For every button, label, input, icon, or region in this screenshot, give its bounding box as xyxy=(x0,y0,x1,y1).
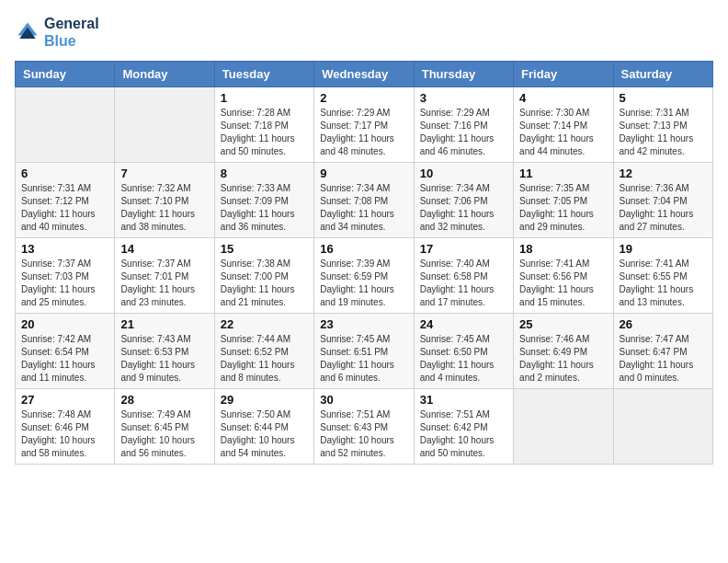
day-number: 28 xyxy=(120,393,208,407)
day-info: Sunrise: 7:36 AMSunset: 7:04 PMDaylight:… xyxy=(620,182,707,234)
calendar-cell xyxy=(613,389,712,465)
day-info: Sunrise: 7:31 AMSunset: 7:12 PMDaylight:… xyxy=(21,182,108,234)
day-number: 9 xyxy=(320,167,407,180)
calendar-cell: 17Sunrise: 7:40 AMSunset: 6:58 PMDayligh… xyxy=(414,238,513,314)
day-info: Sunrise: 7:50 AMSunset: 6:44 PMDaylight:… xyxy=(221,408,308,460)
day-info: Sunrise: 7:51 AMSunset: 6:43 PMDaylight:… xyxy=(320,408,407,460)
day-number: 19 xyxy=(620,242,707,256)
calendar-cell: 18Sunrise: 7:41 AMSunset: 6:56 PMDayligh… xyxy=(514,238,613,314)
calendar-cell: 3Sunrise: 7:29 AMSunset: 7:16 PMDaylight… xyxy=(414,87,513,163)
day-number: 7 xyxy=(120,167,208,180)
calendar-cell: 22Sunrise: 7:44 AMSunset: 6:52 PMDayligh… xyxy=(214,314,313,389)
day-info: Sunrise: 7:49 AMSunset: 6:45 PMDaylight:… xyxy=(120,408,208,460)
calendar-cell: 27Sunrise: 7:48 AMSunset: 6:46 PMDayligh… xyxy=(16,389,115,465)
day-info: Sunrise: 7:42 AMSunset: 6:54 PMDaylight:… xyxy=(21,333,108,385)
calendar-cell: 5Sunrise: 7:31 AMSunset: 7:13 PMDaylight… xyxy=(613,87,712,163)
calendar-cell: 2Sunrise: 7:29 AMSunset: 7:17 PMDaylight… xyxy=(314,87,414,163)
logo-text-general: General xyxy=(44,15,99,32)
day-number: 22 xyxy=(221,317,308,331)
calendar-cell: 31Sunrise: 7:51 AMSunset: 6:42 PMDayligh… xyxy=(414,389,513,465)
weekday-header-tuesday: Tuesday xyxy=(214,62,313,87)
day-number: 30 xyxy=(320,393,407,407)
calendar-cell: 24Sunrise: 7:45 AMSunset: 6:50 PMDayligh… xyxy=(414,314,513,389)
calendar-week-row: 20Sunrise: 7:42 AMSunset: 6:54 PMDayligh… xyxy=(16,314,713,389)
day-info: Sunrise: 7:43 AMSunset: 6:53 PMDaylight:… xyxy=(120,333,208,385)
day-number: 14 xyxy=(120,242,208,256)
day-number: 10 xyxy=(420,167,507,180)
day-info: Sunrise: 7:28 AMSunset: 7:18 PMDaylight:… xyxy=(221,107,308,158)
calendar-cell: 28Sunrise: 7:49 AMSunset: 6:45 PMDayligh… xyxy=(115,389,214,465)
logo: General Blue xyxy=(15,15,99,50)
day-info: Sunrise: 7:34 AMSunset: 7:08 PMDaylight:… xyxy=(320,182,407,234)
day-number: 8 xyxy=(221,167,308,180)
day-info: Sunrise: 7:33 AMSunset: 7:09 PMDaylight:… xyxy=(221,182,308,234)
day-number: 23 xyxy=(320,317,407,331)
day-number: 3 xyxy=(420,91,507,105)
calendar-cell: 29Sunrise: 7:50 AMSunset: 6:44 PMDayligh… xyxy=(214,389,313,465)
calendar-week-row: 1Sunrise: 7:28 AMSunset: 7:18 PMDaylight… xyxy=(16,87,713,163)
day-info: Sunrise: 7:45 AMSunset: 6:51 PMDaylight:… xyxy=(320,333,407,385)
day-number: 11 xyxy=(519,167,607,180)
day-number: 31 xyxy=(420,393,507,407)
day-info: Sunrise: 7:40 AMSunset: 6:58 PMDaylight:… xyxy=(420,258,507,309)
day-number: 27 xyxy=(21,393,108,407)
calendar-week-row: 13Sunrise: 7:37 AMSunset: 7:03 PMDayligh… xyxy=(16,238,713,314)
day-number: 4 xyxy=(519,91,607,105)
calendar-cell: 19Sunrise: 7:41 AMSunset: 6:55 PMDayligh… xyxy=(613,238,712,314)
day-info: Sunrise: 7:29 AMSunset: 7:16 PMDaylight:… xyxy=(420,107,507,158)
day-info: Sunrise: 7:38 AMSunset: 7:00 PMDaylight:… xyxy=(221,258,308,309)
day-info: Sunrise: 7:47 AMSunset: 6:47 PMDaylight:… xyxy=(620,333,707,385)
weekday-header-saturday: Saturday xyxy=(613,62,712,87)
calendar-cell: 1Sunrise: 7:28 AMSunset: 7:18 PMDaylight… xyxy=(214,87,313,163)
calendar-week-row: 6Sunrise: 7:31 AMSunset: 7:12 PMDaylight… xyxy=(16,163,713,238)
day-info: Sunrise: 7:48 AMSunset: 6:46 PMDaylight:… xyxy=(21,408,108,460)
day-info: Sunrise: 7:34 AMSunset: 7:06 PMDaylight:… xyxy=(420,182,507,234)
day-info: Sunrise: 7:31 AMSunset: 7:13 PMDaylight:… xyxy=(620,107,707,158)
day-info: Sunrise: 7:45 AMSunset: 6:50 PMDaylight:… xyxy=(420,333,507,385)
calendar-cell: 10Sunrise: 7:34 AMSunset: 7:06 PMDayligh… xyxy=(414,163,513,238)
day-info: Sunrise: 7:51 AMSunset: 6:42 PMDaylight:… xyxy=(420,408,507,460)
calendar-cell: 21Sunrise: 7:43 AMSunset: 6:53 PMDayligh… xyxy=(115,314,214,389)
day-number: 1 xyxy=(221,91,308,105)
day-info: Sunrise: 7:37 AMSunset: 7:01 PMDaylight:… xyxy=(120,258,208,309)
day-number: 25 xyxy=(519,317,607,331)
day-info: Sunrise: 7:46 AMSunset: 6:49 PMDaylight:… xyxy=(519,333,607,385)
weekday-header-friday: Friday xyxy=(514,62,613,87)
calendar-cell: 9Sunrise: 7:34 AMSunset: 7:08 PMDaylight… xyxy=(314,163,414,238)
calendar-cell xyxy=(115,87,214,163)
calendar-cell: 14Sunrise: 7:37 AMSunset: 7:01 PMDayligh… xyxy=(115,238,214,314)
calendar-table: SundayMondayTuesdayWednesdayThursdayFrid… xyxy=(15,61,713,465)
day-info: Sunrise: 7:35 AMSunset: 7:05 PMDaylight:… xyxy=(519,182,607,234)
day-info: Sunrise: 7:41 AMSunset: 6:55 PMDaylight:… xyxy=(620,258,707,309)
day-info: Sunrise: 7:32 AMSunset: 7:10 PMDaylight:… xyxy=(120,182,208,234)
day-number: 6 xyxy=(21,167,108,180)
day-info: Sunrise: 7:37 AMSunset: 7:03 PMDaylight:… xyxy=(21,258,108,309)
day-number: 17 xyxy=(420,242,507,256)
calendar-cell: 12Sunrise: 7:36 AMSunset: 7:04 PMDayligh… xyxy=(613,163,712,238)
day-number: 16 xyxy=(320,242,407,256)
day-info: Sunrise: 7:29 AMSunset: 7:17 PMDaylight:… xyxy=(320,107,407,158)
day-number: 24 xyxy=(420,317,507,331)
weekday-header-wednesday: Wednesday xyxy=(314,62,414,87)
calendar-header-row: SundayMondayTuesdayWednesdayThursdayFrid… xyxy=(16,62,713,87)
day-number: 21 xyxy=(120,317,208,331)
calendar-cell: 15Sunrise: 7:38 AMSunset: 7:00 PMDayligh… xyxy=(214,238,313,314)
day-number: 15 xyxy=(221,242,308,256)
day-number: 5 xyxy=(620,91,707,105)
logo-icon xyxy=(15,19,40,45)
calendar-cell: 6Sunrise: 7:31 AMSunset: 7:12 PMDaylight… xyxy=(16,163,115,238)
calendar-cell: 4Sunrise: 7:30 AMSunset: 7:14 PMDaylight… xyxy=(514,87,613,163)
day-number: 12 xyxy=(620,167,707,180)
calendar-cell: 11Sunrise: 7:35 AMSunset: 7:05 PMDayligh… xyxy=(514,163,613,238)
calendar-cell: 20Sunrise: 7:42 AMSunset: 6:54 PMDayligh… xyxy=(16,314,115,389)
calendar-cell xyxy=(514,389,613,465)
calendar-cell: 13Sunrise: 7:37 AMSunset: 7:03 PMDayligh… xyxy=(16,238,115,314)
calendar-cell: 23Sunrise: 7:45 AMSunset: 6:51 PMDayligh… xyxy=(314,314,414,389)
calendar-cell: 16Sunrise: 7:39 AMSunset: 6:59 PMDayligh… xyxy=(314,238,414,314)
day-info: Sunrise: 7:39 AMSunset: 6:59 PMDaylight:… xyxy=(320,258,407,309)
day-number: 13 xyxy=(21,242,108,256)
day-number: 20 xyxy=(21,317,108,331)
logo-text-blue: Blue xyxy=(44,32,99,50)
day-info: Sunrise: 7:44 AMSunset: 6:52 PMDaylight:… xyxy=(221,333,308,385)
weekday-header-thursday: Thursday xyxy=(414,62,513,87)
